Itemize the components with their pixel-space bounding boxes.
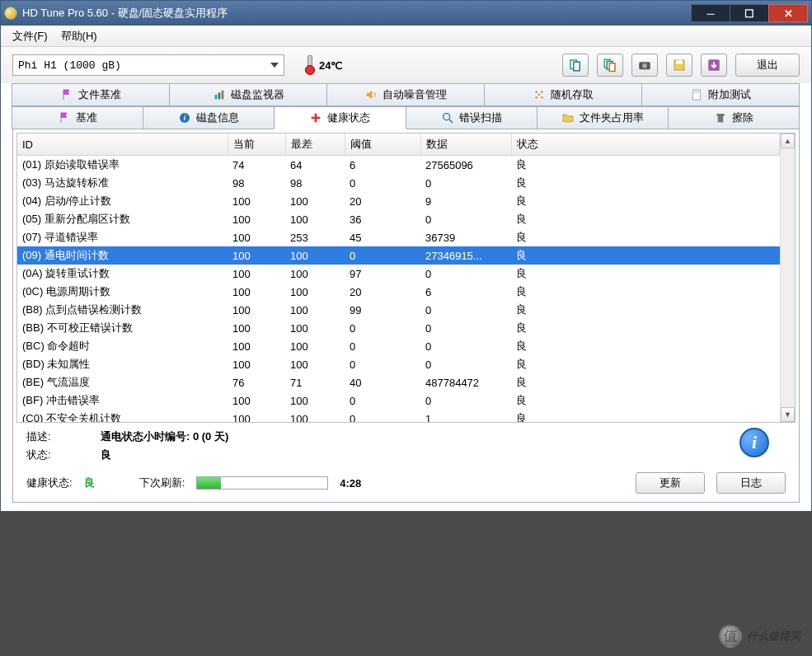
svg-rect-11 <box>218 92 220 99</box>
health-icon <box>309 111 322 124</box>
table-row[interactable]: (03) 马达旋转标准989800良 <box>17 174 780 192</box>
tab-flag[interactable]: 文件基准 <box>12 83 170 106</box>
temperature-display: 24℃ <box>304 55 343 75</box>
toolbar: Phi H1 (1000 gB) 24℃ 退出 <box>1 47 811 83</box>
table-row[interactable]: (C0) 不安全关机计数10010001良 <box>17 410 780 422</box>
table-row[interactable]: (BC) 命令超时10010000良 <box>17 337 780 355</box>
scrollbar[interactable]: ▲ ▼ <box>780 134 795 422</box>
copy-button[interactable] <box>562 54 589 77</box>
tab-calc[interactable]: 附加测试 <box>641 83 800 106</box>
tab-erase[interactable]: 擦除 <box>668 106 800 129</box>
col-status[interactable]: 状态 <box>511 134 780 156</box>
table-row[interactable]: (09) 通电时间计数100100027346915...良 <box>17 246 780 265</box>
svg-point-6 <box>642 63 647 68</box>
save-button[interactable] <box>666 54 692 77</box>
window-title: HD Tune Pro 5.60 - 硬盘/固态硬盘实用程序 <box>22 6 692 21</box>
svg-rect-8 <box>676 60 683 64</box>
col-data[interactable]: 数据 <box>420 134 511 156</box>
tabs-area: 文件基准磁盘监视器自动噪音管理随机存取附加测试 基准i磁盘信息健康状态错误扫描文… <box>1 83 811 129</box>
maximize-button[interactable]: ☐ <box>730 4 769 22</box>
copy-all-button[interactable] <box>597 54 623 77</box>
tab-flag[interactable]: 基准 <box>12 106 143 129</box>
svg-point-13 <box>535 91 537 93</box>
table-row[interactable]: (BD) 未知属性10010000良 <box>17 355 780 373</box>
watermark-icon: 值 <box>719 625 742 648</box>
col-id[interactable]: ID <box>17 134 228 156</box>
temperature-value: 24℃ <box>319 59 343 72</box>
tab-label: 文件夹占用率 <box>580 110 644 125</box>
menu-help[interactable]: 帮助(H) <box>54 27 104 45</box>
tab-dots[interactable]: 随机存取 <box>484 83 642 106</box>
refresh-label: 下次刷新: <box>139 476 185 490</box>
svg-rect-19 <box>694 91 700 93</box>
search-icon <box>441 111 454 124</box>
status-row: 健康状态: 良 下次刷新: 4:28 更新 日志 <box>16 467 796 499</box>
table-row[interactable]: (B8) 点到点错误检测计数100100990良 <box>17 301 780 319</box>
tab-chart[interactable]: 磁盘监视器 <box>169 83 327 106</box>
drive-select[interactable]: Phi H1 (1000 gB) <box>12 54 284 76</box>
close-button[interactable]: ✕ <box>768 4 808 22</box>
content-panel: ID 当前 最差 阈值 数据 状态 (01) 原始读取错误率7464627565… <box>12 129 800 503</box>
tab-search[interactable]: 错误扫描 <box>406 106 537 129</box>
table-row[interactable]: (05) 重新分配扇区计数100100360良 <box>17 210 780 228</box>
menubar: 文件(F) 帮助(H) <box>1 26 811 47</box>
tab-health[interactable]: 健康状态 <box>274 106 406 129</box>
svg-point-15 <box>535 96 537 99</box>
tab-label: 错误扫描 <box>459 110 502 125</box>
titlebar[interactable]: HD Tune Pro 5.60 - 硬盘/固态硬盘实用程序 ─ ☐ ✕ <box>1 1 811 26</box>
erase-icon <box>714 111 727 124</box>
log-button[interactable]: 日志 <box>716 472 786 494</box>
tab-label: 自动噪音管理 <box>383 87 447 102</box>
table-row[interactable]: (BF) 冲击错误率10010000良 <box>17 391 780 410</box>
status-value: 良 <box>101 446 739 464</box>
scroll-down-icon[interactable]: ▼ <box>781 407 795 422</box>
details-panel: 描述: 状态: 通电状态小时编号: 0 (0 天) 良 i <box>16 423 796 467</box>
exit-button[interactable]: 退出 <box>735 54 800 77</box>
svg-point-24 <box>443 114 449 120</box>
app-icon <box>4 7 17 20</box>
col-current[interactable]: 当前 <box>228 134 285 156</box>
col-worst[interactable]: 最差 <box>285 134 345 156</box>
tab-info[interactable]: i磁盘信息 <box>143 106 275 129</box>
tab-label: 基准 <box>76 110 97 125</box>
tab-speaker[interactable]: 自动噪音管理 <box>326 83 485 106</box>
speaker-icon <box>364 88 378 101</box>
minimize-tray-button[interactable] <box>701 54 727 77</box>
table-row[interactable]: (04) 启动/停止计数100100209良 <box>17 192 780 210</box>
smart-table: ID 当前 最差 阈值 数据 状态 (01) 原始读取错误率7464627565… <box>16 133 796 423</box>
health-label: 健康状态: <box>26 476 73 490</box>
table-row[interactable]: (BB) 不可校正错误计数10010000良 <box>17 319 780 337</box>
chart-icon <box>213 88 226 101</box>
tab-folder[interactable]: 文件夹占用率 <box>537 106 669 129</box>
thermometer-icon <box>304 55 314 75</box>
table-row[interactable]: (0A) 旋转重试计数100100970良 <box>17 265 780 283</box>
desc-label: 描述: <box>26 428 101 446</box>
update-button[interactable]: 更新 <box>636 472 705 494</box>
menu-file[interactable]: 文件(F) <box>6 27 54 45</box>
table-row[interactable]: (01) 原始读取错误率7464627565096良 <box>17 156 780 175</box>
table-row[interactable]: (BE) 气流温度767140487784472良 <box>17 373 780 391</box>
flag-icon <box>60 88 73 101</box>
svg-point-17 <box>538 94 541 96</box>
health-value: 良 <box>84 476 95 490</box>
svg-rect-23 <box>312 117 321 119</box>
chevron-down-icon <box>270 63 279 68</box>
screenshot-button[interactable] <box>631 54 658 77</box>
svg-rect-12 <box>221 91 223 100</box>
calc-icon <box>690 88 703 101</box>
svg-rect-26 <box>718 115 724 122</box>
table-row[interactable]: (07) 寻道错误率1002534536739良 <box>17 228 780 246</box>
scroll-up-icon[interactable]: ▲ <box>781 134 795 148</box>
info-icon[interactable]: i <box>739 428 769 457</box>
refresh-time: 4:28 <box>340 477 361 490</box>
col-threshold[interactable]: 阈值 <box>345 134 420 156</box>
refresh-progress <box>196 476 328 490</box>
desc-value: 通电状态小时编号: 0 (0 天) <box>101 428 739 446</box>
svg-point-14 <box>541 91 543 93</box>
table-row[interactable]: (0C) 电源周期计数100100206良 <box>17 283 780 301</box>
main-window: HD Tune Pro 5.60 - 硬盘/固态硬盘实用程序 ─ ☐ ✕ 文件(… <box>0 0 812 512</box>
svg-line-25 <box>449 119 453 123</box>
dots-icon <box>533 88 546 101</box>
svg-rect-10 <box>214 95 217 99</box>
minimize-button[interactable]: ─ <box>691 4 730 22</box>
